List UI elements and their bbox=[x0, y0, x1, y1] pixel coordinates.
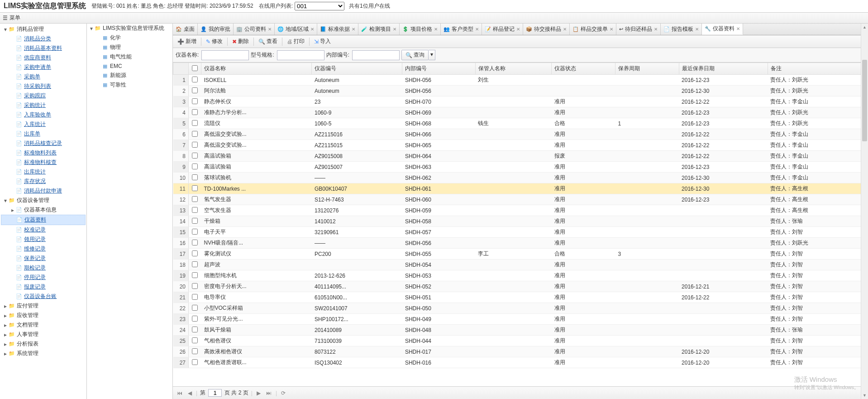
row-checkbox[interactable] bbox=[192, 98, 198, 104]
nav-item[interactable]: 📄 待采购列表 bbox=[1, 82, 86, 91]
column-header[interactable]: 仪器名称 bbox=[201, 63, 312, 75]
nav-item[interactable]: 📄 标准物料核查 bbox=[1, 158, 86, 167]
nav-item[interactable]: 📄 采购单 bbox=[1, 72, 86, 82]
close-icon[interactable]: ✕ bbox=[434, 27, 438, 32]
category-item[interactable]: ▦ 可靠性 bbox=[87, 80, 172, 90]
row-checkbox[interactable] bbox=[192, 207, 198, 213]
select-all-checkbox[interactable] bbox=[192, 65, 198, 71]
category-item[interactable]: ▦ EMC bbox=[87, 62, 172, 71]
nav-item[interactable]: 📄 消耗品核查记录 bbox=[1, 139, 86, 148]
row-checkbox[interactable] bbox=[192, 337, 198, 343]
toggle-icon[interactable]: ▸ bbox=[3, 341, 8, 347]
column-header[interactable]: 保养周期 bbox=[615, 63, 679, 75]
online-user-select[interactable]: 001 bbox=[295, 2, 344, 10]
nav-item[interactable]: 📄 采购统计 bbox=[1, 101, 86, 110]
table-row[interactable]: 8高温试验箱AZ9015008SHDH-064报废2016-12-22责任人：李… bbox=[173, 151, 868, 162]
pager-next[interactable]: ▶ bbox=[255, 390, 262, 396]
table-row[interactable]: 5流阻仪1060-5SHDH-068钱生合格12016-12-23责任人：刘跃光 bbox=[173, 118, 868, 129]
nav-item[interactable]: ▸ 📁 系统管理 bbox=[1, 349, 86, 358]
nav-item[interactable]: 📄 供应商资料 bbox=[1, 53, 86, 62]
table-row[interactable]: 14干燥箱1410012SHDH-058准用责任人：张瑜 bbox=[173, 216, 868, 227]
tab[interactable]: 🔧 仪器资料 ✕ bbox=[702, 24, 743, 35]
nav-item[interactable]: 📄 仪器设备台账 bbox=[1, 292, 86, 301]
row-checkbox[interactable] bbox=[192, 272, 198, 278]
row-checkbox[interactable] bbox=[192, 131, 198, 137]
nav-item[interactable]: 📄 期检记录 bbox=[1, 263, 86, 273]
close-icon[interactable]: ✕ bbox=[393, 27, 396, 32]
打印-button[interactable]: 🖨 打印 bbox=[284, 37, 307, 46]
column-header[interactable]: 最近保养日期 bbox=[679, 63, 768, 75]
nav-item[interactable]: ▸ 📁 分析报表 bbox=[1, 339, 86, 349]
table-row[interactable]: 2阿尔法舱AutoneumSHDH-0562016-12-30责任人：刘跃光 bbox=[173, 86, 868, 96]
row-checkbox[interactable] bbox=[192, 294, 198, 300]
close-icon[interactable]: ✕ bbox=[563, 27, 567, 32]
column-header[interactable]: 仪器编号 bbox=[312, 63, 402, 75]
tab[interactable]: 📋 样品交接单 ✕ bbox=[570, 24, 616, 35]
row-checkbox[interactable] bbox=[192, 305, 198, 311]
table-row[interactable]: 13空气发生器13120276SHDH-059准用责任人：高生根 bbox=[173, 205, 868, 216]
row-checkbox[interactable] bbox=[192, 348, 198, 354]
导入-button[interactable]: ⇲ 导入 bbox=[311, 37, 334, 46]
search-dropdown[interactable]: ▾ bbox=[429, 50, 435, 60]
pager-first[interactable]: ⏮ bbox=[176, 390, 184, 396]
nav-item[interactable]: 📄 消耗品分类 bbox=[1, 34, 86, 43]
table-row[interactable]: 15电子天平32190961SHDH-057准用责任人：刘智 bbox=[173, 227, 868, 238]
close-icon[interactable]: ✕ bbox=[268, 27, 272, 32]
row-checkbox[interactable] bbox=[192, 109, 198, 115]
row-checkbox[interactable] bbox=[192, 77, 198, 82]
nav-item[interactable]: 📄 出库单 bbox=[1, 129, 86, 139]
nav-item[interactable]: 📄 消耗品基本资料 bbox=[1, 43, 86, 53]
nav-item[interactable]: 📄 库存状况 bbox=[1, 177, 86, 186]
pager-page-input[interactable] bbox=[208, 389, 222, 397]
mid-tree-root[interactable]: ▾ 📁 LIMS实验室信息管理系统 bbox=[87, 24, 172, 33]
nav-item[interactable]: 📄 标准物料列表 bbox=[1, 148, 86, 158]
row-checkbox[interactable] bbox=[192, 229, 198, 235]
table-row[interactable]: 9高温试验箱AZ9015007SHDH-063准用2016-12-23责任人：李… bbox=[173, 162, 868, 173]
close-icon[interactable]: ✕ bbox=[654, 27, 658, 32]
nav-item[interactable]: 📄 出库统计 bbox=[1, 167, 86, 177]
nav-item[interactable]: ▸ 📁 应付管理 bbox=[1, 301, 86, 311]
row-checkbox[interactable] bbox=[192, 240, 198, 245]
column-header[interactable]: 保管人名称 bbox=[475, 63, 551, 75]
row-checkbox[interactable] bbox=[192, 283, 198, 289]
tab[interactable]: 📘 标准依据 ✕ bbox=[317, 24, 358, 35]
table-row[interactable]: 16NVH吸音/隔音...——SHDH-056准用责任人：刘跃光 bbox=[173, 238, 868, 249]
model-input[interactable] bbox=[277, 50, 324, 60]
column-header[interactable] bbox=[189, 63, 201, 75]
nav-item[interactable]: 📄 保养记录 bbox=[1, 254, 86, 263]
table-row[interactable]: 25气相色谱仪713100039SHDH-044准用责任人：刘智 bbox=[173, 336, 868, 346]
table-row[interactable]: 22小型VOC采样箱SW20141007SHDH-050准用责任人：刘智 bbox=[173, 303, 868, 314]
pager-refresh[interactable]: ⟳ bbox=[280, 390, 287, 396]
row-checkbox[interactable] bbox=[192, 218, 198, 224]
table-row[interactable]: 3静态伸长仪23SHDH-070准用2016-12-22责任人：李金山 bbox=[173, 96, 868, 107]
row-checkbox[interactable] bbox=[192, 359, 198, 365]
nav-item[interactable]: 📄 入库验收单 bbox=[1, 110, 86, 120]
nav-item[interactable]: 📄 领用记录 bbox=[1, 235, 86, 244]
nav-item[interactable]: 📄 采购申请单 bbox=[1, 62, 86, 72]
tab[interactable]: 💲 项目价格 ✕ bbox=[400, 24, 441, 35]
pager-prev[interactable]: ◀ bbox=[186, 390, 193, 396]
tab[interactable]: 📝 样品登记 ✕ bbox=[482, 24, 523, 35]
scroll-thumb[interactable] bbox=[862, 60, 867, 141]
code-input[interactable] bbox=[352, 50, 400, 60]
nav-item[interactable]: 📄 入库统计 bbox=[1, 120, 86, 129]
toggle-icon[interactable]: ▸ bbox=[10, 207, 15, 213]
toggle-icon[interactable]: ▾ bbox=[3, 197, 8, 204]
scroll-up-icon[interactable]: ▲ bbox=[861, 24, 868, 31]
close-icon[interactable]: ✕ bbox=[352, 27, 355, 32]
nav-item[interactable]: ▸ 📁 人事管理 bbox=[1, 330, 86, 339]
table-row[interactable]: 21电导率仪610510N00...SHDH-051准用2016-12-22责任… bbox=[173, 292, 868, 303]
row-checkbox[interactable] bbox=[192, 163, 198, 169]
tab[interactable]: 🧪 检测项目 ✕ bbox=[358, 24, 400, 35]
nav-item[interactable]: ▸ 📁 应收管理 bbox=[1, 311, 86, 320]
collapse-icon[interactable]: ▾ bbox=[89, 25, 94, 32]
table-row[interactable]: 24鼓风干燥箱201410089SHDH-048准用责任人：张瑜 bbox=[173, 325, 868, 336]
toggle-icon[interactable]: ▸ bbox=[3, 332, 8, 338]
row-checkbox[interactable] bbox=[192, 142, 198, 148]
search-button[interactable]: 🔍 查询 bbox=[401, 50, 429, 60]
table-row[interactable]: 11TD-100Markes ...GB00K10407SHDH-061准用20… bbox=[173, 183, 868, 194]
pager-last[interactable]: ⏭ bbox=[265, 390, 273, 396]
nav-item[interactable]: 📄 校准记录 bbox=[1, 225, 86, 235]
row-checkbox[interactable] bbox=[192, 174, 198, 180]
tab[interactable]: 🏠 桌面 bbox=[173, 24, 198, 35]
